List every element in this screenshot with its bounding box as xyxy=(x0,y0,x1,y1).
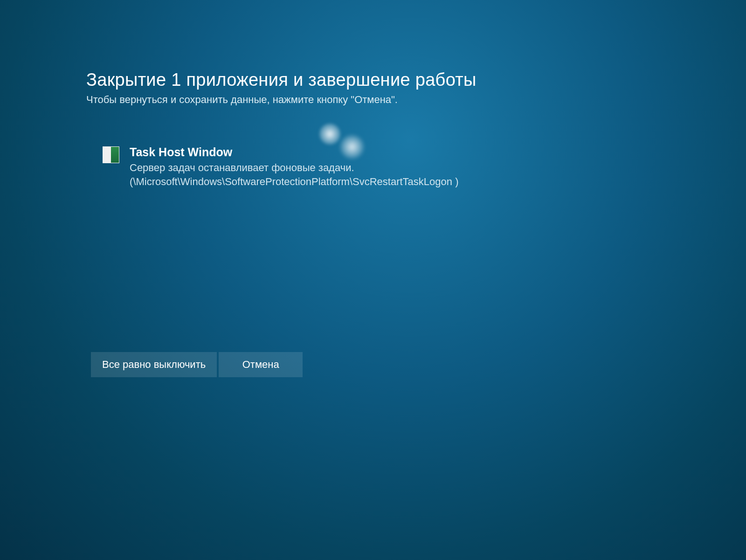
dialog-subtitle: Чтобы вернуться и сохранить данные, нажм… xyxy=(86,94,599,106)
app-icon xyxy=(103,146,119,163)
app-description: Сервер задач останавливает фоновые задач… xyxy=(130,161,503,188)
app-info: Task Host Window Сервер задач останавлив… xyxy=(130,145,599,188)
cancel-button[interactable]: Отмена xyxy=(219,352,303,377)
button-row: Все равно выключить Отмена xyxy=(91,352,303,377)
shutdown-dialog: Закрытие 1 приложения и завершение работ… xyxy=(86,70,599,188)
force-shutdown-button[interactable]: Все равно выключить xyxy=(91,352,217,377)
app-list-item: Task Host Window Сервер задач останавлив… xyxy=(103,145,599,188)
app-name: Task Host Window xyxy=(130,145,599,159)
dialog-title: Закрытие 1 приложения и завершение работ… xyxy=(86,70,599,90)
